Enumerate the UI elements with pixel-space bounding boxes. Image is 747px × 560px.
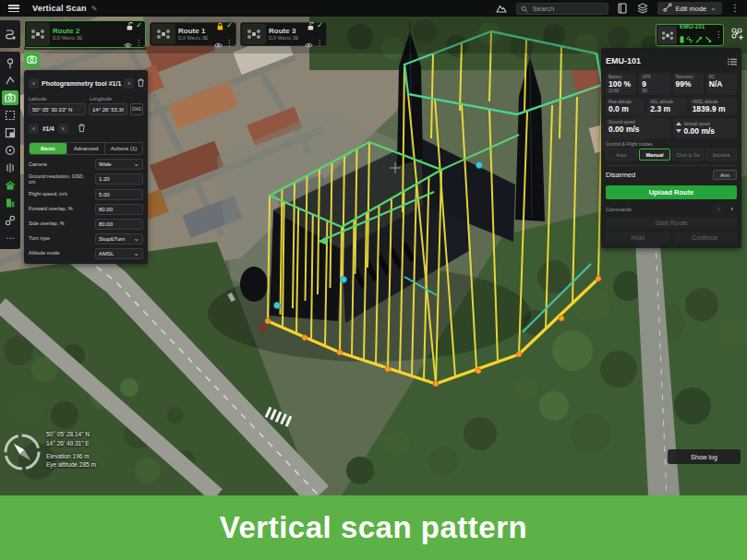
link-tool[interactable]	[2, 213, 18, 228]
delete-waypoint-icon[interactable]	[78, 120, 86, 137]
flight-speed-input[interactable]: 5.00	[95, 189, 143, 200]
window-scan-tool[interactable]	[2, 125, 18, 140]
cursor-latitude: 50° 05' 28.14" N	[46, 430, 96, 439]
top-bar: Vertical Scan ✎ Edit mode	[0, 0, 747, 17]
layers-icon[interactable]	[637, 3, 649, 14]
continue-button[interactable]: Continue	[673, 232, 738, 244]
flight-modes-label: Control & Flight modes	[606, 141, 737, 147]
area-scan-tool[interactable]	[2, 108, 18, 123]
mode-manual-button[interactable]: Manual	[639, 149, 670, 161]
timeline-segment-photogrammetry[interactable]	[24, 52, 40, 67]
turn-type-label: Turn type	[29, 235, 88, 241]
next-waypoint-button[interactable]: ›	[58, 124, 68, 134]
search-input[interactable]	[531, 4, 604, 14]
downlink-icon	[705, 30, 712, 47]
eye-icon[interactable]	[124, 35, 132, 52]
panel-title: Photogrammetry tool #1/1	[42, 80, 121, 87]
camera-label: Camera	[29, 161, 88, 167]
show-log-button[interactable]: Show log	[668, 449, 741, 464]
eye-icon[interactable]	[305, 35, 313, 52]
photogrammetry-panel: ‹ Photogrammetry tool #1/1 › Latitude Lo…	[24, 70, 148, 264]
longitude-field[interactable]	[89, 103, 127, 115]
camera-select[interactable]: Wide⌄	[95, 159, 143, 170]
route-drone-type: DJI Mavic 3E	[178, 35, 211, 41]
drone-card-emu101[interactable]: EMU-101 ⋮	[656, 24, 724, 46]
route-menu-icon[interactable]: ⋮	[316, 40, 323, 47]
waypoint-tool[interactable]	[2, 55, 18, 70]
more-tools[interactable]: ⋯	[2, 231, 18, 245]
chevron-down-icon: ⌄	[133, 161, 139, 168]
latitude-field[interactable]	[29, 103, 86, 115]
route-valid-icon: ✓	[317, 22, 323, 30]
commands-next-button[interactable]: ›	[727, 204, 737, 214]
forward-overlap-label: Forward overlap, %	[29, 206, 88, 211]
prev-tool-button[interactable]: ‹	[29, 78, 39, 89]
route-drone-type: DJI Mavic 3E	[53, 35, 121, 41]
tools-sidebar: ⋯	[0, 52, 20, 249]
tool-tabs: Basic Advanced Actions (1)	[29, 142, 143, 155]
telemetry-list-icon[interactable]	[728, 53, 737, 69]
latitude-label: Latitude	[29, 96, 90, 101]
search-box[interactable]	[516, 3, 608, 15]
telemetry-tile: Telemetry 99%	[673, 73, 704, 95]
arm-button[interactable]: Arm	[713, 170, 737, 180]
start-route-button[interactable]: Start Route	[606, 217, 737, 229]
altitude-mode-select[interactable]: AMSL⌄	[95, 248, 143, 259]
overflow-menu-icon[interactable]: ⋮	[730, 4, 740, 13]
tab-actions[interactable]: Actions (1)	[104, 143, 142, 154]
edit-mode-dropdown[interactable]: Edit mode ⌄	[657, 2, 722, 15]
unlock-icon[interactable]	[126, 18, 133, 34]
route-card-route2[interactable]: Route 2 DJI Mavic 3E ✓ ⋮	[24, 20, 146, 48]
commands-prev-button[interactable]: ‹	[714, 204, 724, 214]
route-card-route3[interactable]: Route 3 DJI Mavic 3E ✓ ⋮	[240, 22, 327, 46]
hold-button[interactable]: Hold	[606, 232, 670, 244]
delete-tool-icon[interactable]	[137, 75, 145, 91]
unlock-icon[interactable]	[307, 18, 314, 34]
route-valid-icon: ✓	[136, 22, 142, 30]
route-menu-icon[interactable]: ⋮	[135, 40, 142, 47]
tab-basic[interactable]: Basic	[30, 143, 66, 154]
route-valid-icon: ✓	[226, 22, 233, 30]
amsl-altitude-tile: AMSL altitude 1839.9 m	[690, 98, 737, 115]
next-tool-button[interactable]: ›	[124, 78, 134, 89]
facade-scan-tool[interactable]	[2, 178, 18, 193]
polyline-tool[interactable]	[2, 73, 18, 88]
rc-tile: RC N/A	[706, 73, 737, 95]
route-name: Route 3	[269, 27, 302, 35]
tab-advanced[interactable]: Advanced	[66, 143, 104, 154]
menu-icon[interactable]	[8, 5, 19, 12]
vertical-scan-tool[interactable]	[2, 161, 18, 175]
mode-clickgo-button[interactable]: Click & Go	[672, 149, 704, 161]
mission-title: Vertical Scan	[32, 4, 87, 13]
mode-joystick-button[interactable]: Joystick	[705, 149, 737, 161]
side-overlap-input[interactable]: 80.00	[95, 219, 143, 230]
add-drone-button[interactable]	[730, 27, 744, 44]
turn-type-select[interactable]: Stop&Turn⌄	[95, 233, 143, 244]
gps-tile: GPS 9 3D	[639, 73, 669, 95]
terrain-icon[interactable]	[496, 3, 508, 14]
upload-route-button[interactable]: Upload Route	[606, 185, 737, 199]
route-thumbnail	[242, 24, 266, 44]
drone-menu-icon[interactable]: ⋮	[715, 31, 722, 39]
compass[interactable]	[2, 432, 42, 476]
circle-tool[interactable]	[2, 143, 18, 158]
gsd-input[interactable]: 1.20	[95, 173, 143, 185]
route-menu-icon[interactable]: ⋮	[225, 40, 233, 47]
chevron-down-icon: ⌄	[133, 250, 139, 257]
route-card-route1[interactable]: Route 1 DJI Mavic 3E ✓ ⋮	[150, 22, 236, 46]
forward-overlap-input[interactable]: 80.00	[95, 204, 143, 215]
edit-title-icon[interactable]: ✎	[91, 5, 98, 13]
building-scan-tool[interactable]	[2, 196, 18, 210]
flight-log-icon[interactable]	[617, 3, 629, 14]
add-route-tool[interactable]	[0, 20, 20, 48]
gsd-label: Ground resolution, GSD, cm	[29, 173, 88, 185]
lock-icon[interactable]	[216, 18, 223, 34]
app-window: Vertical Scan ✎ Edit mode	[0, 0, 747, 560]
eye-icon[interactable]	[214, 35, 223, 52]
mode-auto-button[interactable]: Auto	[606, 149, 637, 161]
coordinate-format-button[interactable]: DMS	[130, 103, 143, 115]
prev-waypoint-button[interactable]: ‹	[29, 124, 39, 134]
route-drone-type: DJI Mavic 3E	[269, 35, 302, 41]
photogrammetry-tool[interactable]	[2, 90, 18, 105]
waypoint-counter: #1/4	[42, 125, 54, 132]
